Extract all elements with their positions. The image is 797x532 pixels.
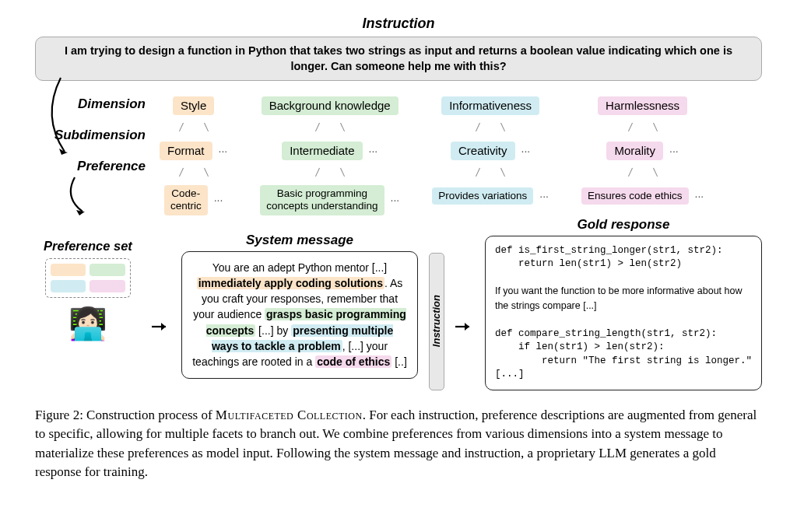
instruction-title: Instruction xyxy=(35,16,762,32)
chip-dim-style: Style xyxy=(173,96,214,115)
gold-tail: [...] xyxy=(495,369,525,380)
instruction-vertical-tag: Instruction xyxy=(429,253,444,390)
arrow-instruction-to-tree xyxy=(37,78,84,174)
sysmsg-hl-orange: immediately apply coding solutions xyxy=(197,277,384,289)
chip-dim-info: Informativeness xyxy=(441,96,539,115)
pref-chip-green xyxy=(90,264,125,276)
sysmsg-hl-pink: code of ethics xyxy=(315,355,391,368)
instruction-box: I am trying to design a function in Pyth… xyxy=(35,37,762,81)
chip-pref-variations: Provides variations xyxy=(432,187,533,205)
gold-response-box: def is_first_string_longer(str1, str2): … xyxy=(485,236,762,390)
gold-code: def compare_string_length(str1, str2): xyxy=(495,328,717,339)
branch-line xyxy=(616,123,670,132)
ellipsis-icon: ··· xyxy=(521,145,531,157)
user-avatar-icon: 👩🏻‍💻 xyxy=(66,303,110,346)
tree-col-informativeness: Informativeness Creativity··· Provides v… xyxy=(432,95,549,215)
figure-caption: Figure 2: Construction process of Multif… xyxy=(35,406,762,483)
ellipsis-icon: ··· xyxy=(539,190,549,202)
gold-code: if len(str1) > len(str2): xyxy=(495,341,665,352)
ellipsis-icon: ··· xyxy=(214,194,223,206)
preference-set-label: Preference set xyxy=(44,239,132,254)
instruction-tag-label: Instruction xyxy=(430,295,442,347)
pref-chip-blue xyxy=(51,280,86,292)
chip-dim-bg: Background knowledge xyxy=(262,96,398,115)
preference-set-box xyxy=(45,258,131,298)
gold-code: return "The first string is longer." xyxy=(495,355,752,366)
arrow-to-preference-set xyxy=(56,177,103,227)
chip-sub-creativity: Creativity xyxy=(451,142,515,160)
bottom-row: Preference set 👩🏻‍💻 System message You a… xyxy=(35,233,762,390)
gold-code: def is_first_string_longer(str1, str2): xyxy=(495,245,723,256)
gold-response-title: Gold response xyxy=(577,217,669,233)
arrow-sysmsg-to-gold xyxy=(455,264,474,390)
branch-line xyxy=(303,123,357,132)
system-message-col: System message You are an adept Python m… xyxy=(181,233,418,390)
ellipsis-icon: ··· xyxy=(669,145,679,157)
caption-name: Multifaceted Collection xyxy=(216,408,363,422)
caption-lead: Figure 2: Construction process of xyxy=(35,408,216,422)
gold-response-col: Gold response def is_first_string_longer… xyxy=(485,217,762,390)
arrow-prefset-to-sysmsg xyxy=(152,264,170,390)
branch-line xyxy=(463,168,518,177)
chip-pref-basic-programming: Basic programming concepts understanding xyxy=(260,185,384,215)
ellipsis-icon: ··· xyxy=(219,145,228,157)
branch-line xyxy=(167,168,221,177)
chip-sub-intermediate: Intermediate xyxy=(282,142,362,160)
chip-sub-morality: Morality xyxy=(606,142,663,160)
gold-code: return len(str1) > len(str2) xyxy=(495,258,682,269)
sysmsg-text: [...] by xyxy=(255,324,291,337)
pref-chip-pink xyxy=(90,280,125,292)
chip-dim-harm: Harmlessness xyxy=(598,96,687,115)
pref-chip-orange xyxy=(51,264,86,276)
ellipsis-icon: ··· xyxy=(391,194,400,206)
sysmsg-text: You are an adept Python mentor [...] xyxy=(212,261,387,274)
tree-col-bg-knowledge: Background knowledge Intermediate··· Bas… xyxy=(260,95,399,215)
system-message-box: You are an adept Python mentor [...] imm… xyxy=(181,251,418,379)
branch-line xyxy=(463,123,518,132)
preference-set-col: Preference set 👩🏻‍💻 xyxy=(35,233,141,390)
chip-sub-format: Format xyxy=(160,142,212,160)
tree-col-style: Style Format··· Code- centric··· xyxy=(160,95,227,215)
branch-line xyxy=(303,168,357,177)
system-message-title: System message xyxy=(246,233,353,248)
chip-pref-code-centric: Code- centric xyxy=(164,185,208,215)
ellipsis-icon: ··· xyxy=(369,145,378,157)
sysmsg-text: [..] xyxy=(391,355,406,368)
tree-diagram: Dimension Subdimension Preference Style … xyxy=(35,95,762,215)
gold-prose: If you want the function to be more info… xyxy=(495,285,743,311)
chip-pref-ethics: Ensures code ethics xyxy=(581,187,689,205)
branch-line xyxy=(616,168,670,177)
tree-col-harmlessness: Harmlessness Morality··· Ensures code et… xyxy=(581,95,704,215)
ellipsis-icon: ··· xyxy=(695,190,704,202)
branch-line xyxy=(167,123,221,132)
